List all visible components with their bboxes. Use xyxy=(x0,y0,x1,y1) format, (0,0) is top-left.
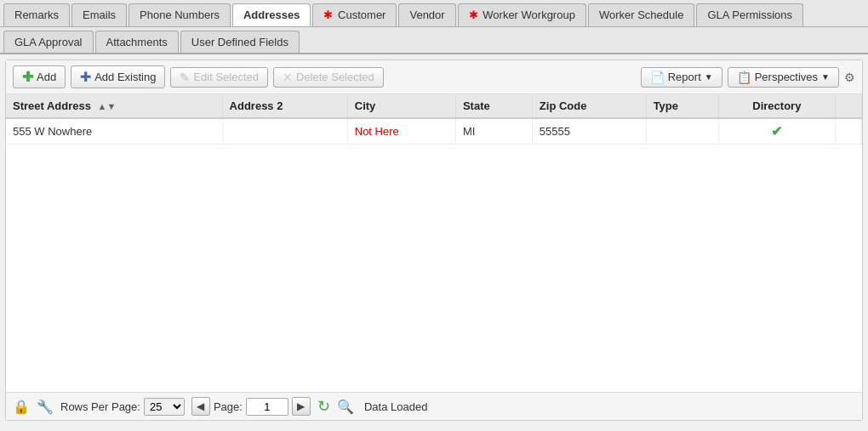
tab-user-defined-fields[interactable]: User Defined Fields xyxy=(180,31,300,53)
edit-icon: ✎ xyxy=(180,71,190,84)
tab-customer[interactable]: ✱ Customer xyxy=(312,3,397,26)
sort-icon-street[interactable]: ▲▼ xyxy=(98,101,117,111)
tab-addresses[interactable]: Addresses xyxy=(232,3,311,26)
tab-gla-approval[interactable]: GLA Approval xyxy=(3,31,94,53)
search-icon[interactable]: 🔍 xyxy=(337,399,354,415)
add-existing-button[interactable]: ✚ Add Existing xyxy=(71,65,165,88)
addresses-table: Street Address ▲▼ Address 2 City State Z… xyxy=(6,94,862,145)
add-icon: ✚ xyxy=(22,69,33,85)
col-type: Type xyxy=(646,94,718,118)
asterisk-icon: ✱ xyxy=(469,9,482,21)
perspectives-dropdown-arrow: ▼ xyxy=(821,72,830,82)
tab-bar-row2: GLA ApprovalAttachmentsUser Defined Fiel… xyxy=(0,27,868,54)
delete-selected-button[interactable]: ✕ Delete Selected xyxy=(273,67,384,88)
col-directory: Directory xyxy=(719,94,836,118)
asterisk-icon: ✱ xyxy=(323,9,336,21)
perspectives-button[interactable]: 📋 Perspectives ▼ xyxy=(728,67,839,88)
footer: 🔒 🔧 Rows Per Page: 25 50 100 ◀ Page: ▶ ↻… xyxy=(6,392,862,420)
col-address2: Address 2 xyxy=(222,94,347,118)
delete-icon: ✕ xyxy=(283,71,293,84)
col-city: City xyxy=(347,94,455,118)
report-icon: 📄 xyxy=(650,71,665,84)
page-nav: ◀ Page: ▶ xyxy=(191,397,311,416)
gear-icon[interactable]: ⚙ xyxy=(844,71,855,84)
lock-icon: 🔒 xyxy=(13,399,30,415)
rows-per-page-container: Rows Per Page: 25 50 100 xyxy=(60,398,185,416)
edit-selected-button[interactable]: ✎ Edit Selected xyxy=(170,67,268,88)
table-wrapper: Street Address ▲▼ Address 2 City State Z… xyxy=(6,94,862,392)
page-label: Page: xyxy=(214,400,243,413)
delete-selected-label: Delete Selected xyxy=(296,71,374,83)
edit-selected-label: Edit Selected xyxy=(193,71,259,83)
tab-bar-row1: RemarksEmailsPhone NumbersAddresses✱ Cus… xyxy=(0,0,868,27)
table-row[interactable]: 555 W NowhereNot HereMI55555✔ xyxy=(6,118,862,145)
tab-remarks[interactable]: Remarks xyxy=(3,3,70,26)
refresh-icon[interactable]: ↻ xyxy=(317,397,330,416)
page-input[interactable] xyxy=(246,398,288,416)
tab-attachments[interactable]: Attachments xyxy=(95,31,179,53)
rows-per-page-select[interactable]: 25 50 100 xyxy=(144,398,185,416)
add-label: Add xyxy=(37,71,56,83)
col-zip: Zip Code xyxy=(532,94,646,118)
tab-worker-schedule[interactable]: Worker Schedule xyxy=(588,3,694,26)
tab-emails[interactable]: Emails xyxy=(71,3,127,26)
tab-vendor[interactable]: Vendor xyxy=(398,3,455,26)
report-button[interactable]: 📄 Report ▼ xyxy=(641,67,722,88)
report-label: Report xyxy=(668,71,701,83)
add-existing-icon: ✚ xyxy=(80,69,91,85)
col-street-address: Street Address ▲▼ xyxy=(6,94,222,118)
table-header-row: Street Address ▲▼ Address 2 City State Z… xyxy=(6,94,862,118)
col-state: State xyxy=(455,94,532,118)
add-existing-label: Add Existing xyxy=(94,71,156,83)
perspectives-icon: 📋 xyxy=(737,71,751,84)
wrench-icon[interactable]: 🔧 xyxy=(37,399,54,415)
toolbar: ✚ Add ✚ Add Existing ✎ Edit Selected ✕ D… xyxy=(6,60,862,94)
tab-gla-permissions[interactable]: GLA Permissions xyxy=(696,3,803,26)
rows-per-page-label: Rows Per Page: xyxy=(60,400,140,413)
report-dropdown-arrow: ▼ xyxy=(705,72,713,82)
next-page-button[interactable]: ▶ xyxy=(292,397,311,416)
add-button[interactable]: ✚ Add xyxy=(13,65,66,88)
status-text: Data Loaded xyxy=(364,400,427,413)
col-extra xyxy=(835,94,861,118)
tab-phone-numbers[interactable]: Phone Numbers xyxy=(128,3,231,26)
main-content: ✚ Add ✚ Add Existing ✎ Edit Selected ✕ D… xyxy=(5,60,863,421)
table-body: 555 W NowhereNot HereMI55555✔ xyxy=(6,118,862,145)
directory-checkmark: ✔ xyxy=(771,124,782,139)
perspectives-label: Perspectives xyxy=(755,71,818,83)
tab-worker-workgroup[interactable]: ✱ Worker Workgroup xyxy=(458,3,586,26)
prev-page-button[interactable]: ◀ xyxy=(191,397,210,416)
